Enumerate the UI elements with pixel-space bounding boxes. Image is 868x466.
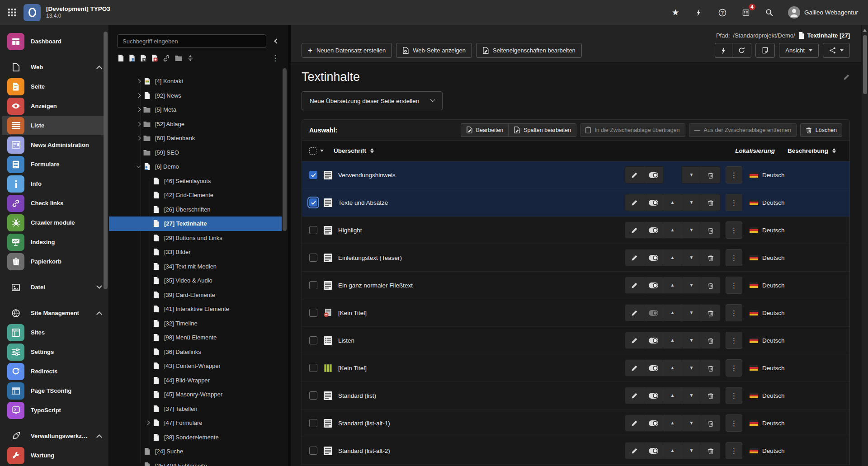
paste-page-button[interactable] bbox=[140, 55, 146, 61]
sidebar-item-verwaltungswerkz[interactable]: Verwaltungswerkz… bbox=[2, 426, 107, 446]
sidebar-item-news-administration[interactable]: News Administration bbox=[2, 135, 107, 155]
module-menu-scrollbar[interactable] bbox=[104, 32, 108, 289]
tree-node-59-seo[interactable]: [59] SEO bbox=[109, 146, 282, 160]
row-more-button[interactable]: ⋮ bbox=[726, 249, 742, 266]
sidebar-item-crawler-module[interactable]: Crawler module bbox=[2, 213, 107, 232]
edit-record-button[interactable] bbox=[625, 194, 644, 211]
move-down-button[interactable]: ▼ bbox=[682, 166, 701, 184]
share-dropdown[interactable] bbox=[823, 43, 850, 58]
view-webpage-button[interactable]: Web-Seite anzeigen bbox=[396, 43, 472, 58]
edit-record-button[interactable] bbox=[625, 249, 644, 266]
user-menu[interactable]: Galileo Webagentur bbox=[788, 6, 858, 19]
row-more-button[interactable]: ⋮ bbox=[726, 442, 742, 459]
move-up-button[interactable]: ▲ bbox=[663, 221, 682, 239]
edit-record-button[interactable] bbox=[625, 442, 644, 459]
row-checkbox[interactable] bbox=[309, 198, 317, 207]
expander-slot[interactable] bbox=[134, 106, 142, 114]
move-down-button[interactable]: ▼ bbox=[682, 332, 701, 349]
row-more-button[interactable]: ⋮ bbox=[726, 387, 742, 404]
tree-node-32-timeline[interactable]: [32] Timeline bbox=[109, 316, 282, 331]
sidebar-item-typoscript[interactable]: TypoScript bbox=[2, 400, 107, 420]
toggle-visibility-button[interactable] bbox=[644, 304, 663, 321]
sidebar-item-check-links[interactable]: Check links bbox=[2, 193, 107, 213]
delete-record-button[interactable] bbox=[701, 194, 720, 211]
bookmark-button[interactable]: ★ bbox=[670, 8, 680, 18]
toggle-visibility-button[interactable] bbox=[644, 359, 663, 377]
edit-record-button[interactable] bbox=[625, 304, 644, 321]
tree-node-5-meta[interactable]: [5] Meta bbox=[109, 103, 282, 117]
sidebar-item-seite[interactable]: Seite bbox=[2, 77, 107, 96]
tree-node-26-berschriften[interactable]: [26] Überschriften bbox=[109, 202, 282, 217]
edit-record-button[interactable] bbox=[625, 387, 644, 404]
tree-node-52-ablage[interactable]: [52] Ablage bbox=[109, 117, 282, 132]
row-more-button[interactable]: ⋮ bbox=[726, 332, 742, 349]
expander-slot[interactable] bbox=[134, 91, 142, 99]
tree-node-44-bild-wrapper[interactable]: [44] Bild-Wrapper bbox=[109, 373, 282, 388]
clipboard-remove-button[interactable]: — Aus der Zwischenablage entfernen bbox=[689, 123, 797, 137]
tree-node-34-text-mit-medien[interactable]: [34] Text mit Medien bbox=[109, 259, 282, 274]
tree-node-98-men-elemente[interactable]: [98] Menü Elemente bbox=[109, 330, 282, 345]
move-down-button[interactable]: ▼ bbox=[682, 442, 701, 459]
toggle-visibility-button[interactable] bbox=[644, 414, 663, 432]
move-up-button[interactable]: ▲ bbox=[663, 442, 682, 459]
row-checkbox[interactable] bbox=[309, 254, 317, 262]
tree-node-42-grid-elemente[interactable]: [42] Grid-Elemente bbox=[109, 188, 282, 202]
help-button[interactable]: ? bbox=[717, 8, 727, 18]
tree-node-35-video-audio[interactable]: [35] Video & Audio bbox=[109, 273, 282, 288]
sidebar-item-liste[interactable]: Liste bbox=[2, 116, 107, 135]
toggle-visibility-button[interactable] bbox=[644, 387, 663, 404]
expander-slot[interactable] bbox=[134, 120, 142, 128]
expander-slot[interactable] bbox=[143, 419, 151, 427]
toggle-visibility-button[interactable] bbox=[644, 221, 663, 239]
sidebar-item-wartung[interactable]: Wartung bbox=[2, 446, 107, 465]
row-checkbox[interactable] bbox=[309, 336, 317, 344]
row-checkbox[interactable] bbox=[309, 447, 317, 455]
move-up-button[interactable]: ▲ bbox=[663, 359, 682, 377]
edit-record-button[interactable] bbox=[625, 166, 644, 184]
delete-record-button[interactable] bbox=[701, 166, 720, 184]
tree-node-43-content-wrapper[interactable]: [43] Content-Wrapper bbox=[109, 359, 282, 373]
tree-node-29-buttons-und-links[interactable]: [29] Buttons und Links bbox=[109, 231, 282, 245]
move-up-button[interactable]: ▲ bbox=[663, 414, 682, 432]
row-more-button[interactable]: ⋮ bbox=[726, 194, 742, 211]
cache-button[interactable] bbox=[715, 43, 732, 58]
tree-node-25-404-fehlerseite[interactable]: [25] 404 Fehlerseite bbox=[109, 459, 282, 466]
row-checkbox[interactable] bbox=[309, 309, 317, 317]
folder-button[interactable] bbox=[175, 55, 182, 61]
sidebar-item-sites[interactable]: Sites bbox=[2, 323, 107, 342]
move-down-button[interactable]: ▼ bbox=[682, 414, 701, 432]
tree-node-47-formulare[interactable]: [47] Formulare bbox=[109, 416, 282, 430]
systeminfo-button[interactable]: 4 bbox=[741, 8, 751, 18]
sidebar-item-page-tsconfig[interactable]: Page TSconfig bbox=[2, 381, 107, 400]
tree-node-41-interaktive-elemente[interactable]: [41] Interaktive Elemente bbox=[109, 302, 282, 316]
move-up-button[interactable]: ▲ bbox=[663, 332, 682, 349]
move-up-button[interactable]: ▲ bbox=[663, 277, 682, 294]
move-up-button[interactable]: ▲ bbox=[663, 387, 682, 404]
tree-node-6-demo[interactable]: [6] Demo bbox=[109, 160, 282, 174]
row-checkbox[interactable] bbox=[309, 391, 317, 400]
search-button[interactable] bbox=[764, 8, 774, 18]
move-down-button[interactable]: ▼ bbox=[682, 221, 701, 239]
move-down-button[interactable]: ▼ bbox=[682, 277, 701, 294]
selection-dropdown-icon[interactable] bbox=[320, 150, 324, 152]
move-up-button[interactable]: ▲ bbox=[663, 194, 682, 211]
tree-more-button[interactable]: ⋮ bbox=[269, 53, 282, 63]
tree-search-input[interactable] bbox=[117, 34, 266, 48]
row-more-button[interactable]: ⋮ bbox=[726, 414, 742, 432]
row-checkbox[interactable] bbox=[309, 419, 317, 427]
sidebar-item-anzeigen[interactable]: Anzeigen bbox=[2, 96, 107, 116]
typo3-logo[interactable] bbox=[24, 4, 41, 21]
tree-node-4-kontakt[interactable]: [4] Kontakt bbox=[109, 74, 282, 89]
tree-node-37-tabellen[interactable]: [37] Tabellen bbox=[109, 402, 282, 416]
tree-node-36-dateilinks[interactable]: [36] Dateilinks bbox=[109, 345, 282, 359]
edit-page-properties-button[interactable]: Seiteneigenschaften bearbeiten bbox=[476, 43, 582, 58]
edit-record-button[interactable] bbox=[625, 359, 644, 377]
row-checkbox[interactable] bbox=[309, 226, 317, 234]
sidebar-item-redirects[interactable]: Redirects bbox=[2, 362, 107, 381]
sidebar-item-indexing[interactable]: Indexing bbox=[2, 232, 107, 252]
shortcut-note-button[interactable] bbox=[755, 43, 775, 58]
edit-title-icon[interactable] bbox=[843, 74, 850, 80]
sidebar-item-papierkorb[interactable]: Papierkorb bbox=[2, 252, 107, 271]
tree-node-46-seitenlayouts[interactable]: [46] Seitenlayouts bbox=[109, 174, 282, 188]
delete-record-button[interactable] bbox=[701, 442, 720, 459]
